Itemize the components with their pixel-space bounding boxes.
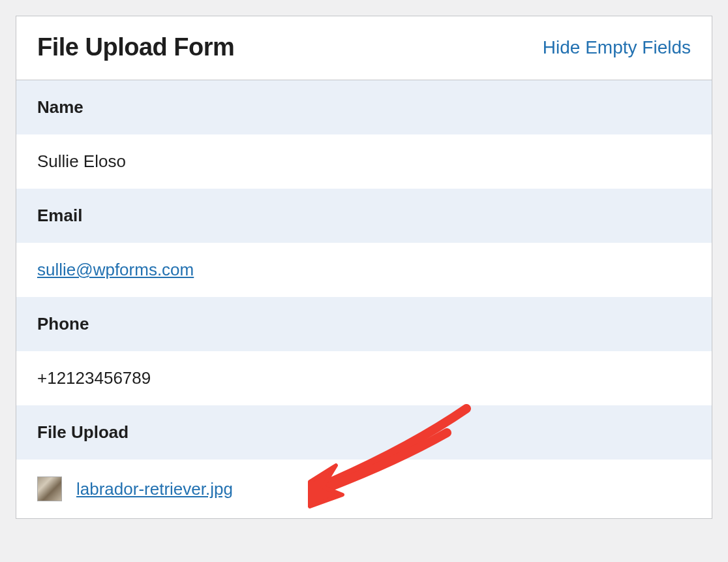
field-label-name: Name: [16, 80, 712, 134]
form-title: File Upload Form: [37, 33, 234, 61]
field-label-phone: Phone: [16, 297, 712, 351]
field-value-file-upload: labrador-retriever.jpg: [16, 460, 712, 518]
file-link[interactable]: labrador-retriever.jpg: [76, 479, 233, 499]
annotation-arrow-icon: [297, 397, 506, 514]
file-thumbnail-icon: [37, 476, 62, 501]
field-label-email: Email: [16, 189, 712, 243]
card-header: File Upload Form Hide Empty Fields: [16, 16, 712, 80]
field-value-email: sullie@wpforms.com: [16, 243, 712, 297]
field-value-name: Sullie Eloso: [16, 134, 712, 189]
email-link[interactable]: sullie@wpforms.com: [37, 260, 194, 279]
form-entry-card: File Upload Form Hide Empty Fields Name …: [16, 16, 712, 519]
hide-empty-fields-link[interactable]: Hide Empty Fields: [543, 37, 691, 58]
